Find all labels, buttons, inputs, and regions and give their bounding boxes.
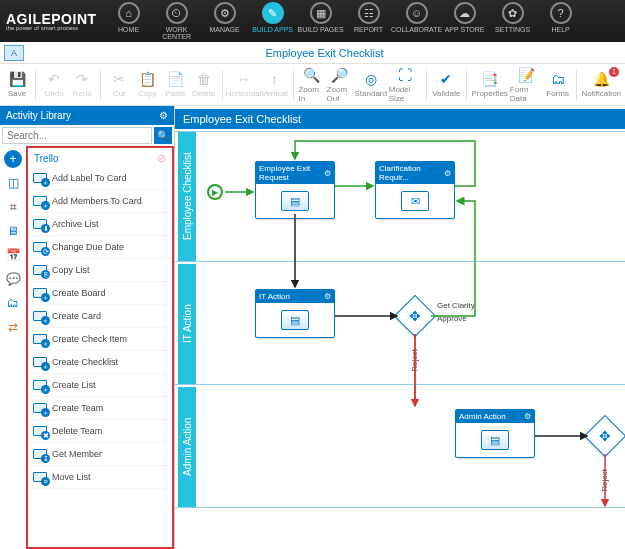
toolbar-paste-button[interactable]: 📄Paste	[162, 67, 188, 103]
gear-icon[interactable]: ⚙	[324, 292, 331, 301]
nav-help[interactable]: ?HELP	[537, 2, 585, 40]
toolbar-validate-button[interactable]: ✔Validate	[432, 67, 460, 103]
activity-get-member[interactable]: ↧Get Member	[30, 443, 170, 466]
activity-delete-team[interactable]: ✖Delete Team	[30, 420, 170, 443]
activity-create-board[interactable]: ＋Create Board	[30, 282, 170, 305]
activity-icon: ＋	[32, 332, 48, 346]
toolbar-form-data-button[interactable]: 📝Form Data	[510, 67, 543, 103]
toolbar-vertical-button[interactable]: ↕Vertical	[261, 67, 287, 103]
notification-badge: 1	[609, 67, 619, 77]
nav-icon: ⏲	[166, 2, 188, 24]
nav-build-pages[interactable]: ▦BUILD PAGES	[297, 2, 345, 40]
activity-change-due-date[interactable]: ⟳Change Due Date	[30, 236, 170, 259]
activity-label: Add Members To Card	[52, 196, 142, 206]
mail-icon: ✉	[401, 191, 429, 211]
toolbar-copy-button[interactable]: 📋Copy	[134, 67, 160, 103]
strip-flow-icon[interactable]: ⇄	[4, 318, 22, 336]
brand-tagline: the power of smart process	[6, 25, 97, 31]
toolbar-label: Standard	[355, 89, 387, 98]
toolbar-notification-button[interactable]: 🔔Notification1	[581, 67, 621, 103]
strip-chat-icon[interactable]: 💬	[4, 270, 22, 288]
toolbar-forms-button[interactable]: 🗂Forms	[545, 67, 571, 103]
activity-copy-list[interactable]: ⎘Copy List	[30, 259, 170, 282]
toolbar-save-button[interactable]: 💾Save	[4, 67, 30, 103]
nav-report[interactable]: ☷REPORT	[345, 2, 393, 40]
gear-icon[interactable]: ⚙	[444, 169, 451, 178]
nav-collaborate[interactable]: ☺COLLABORATE	[393, 2, 441, 40]
toolbar-separator	[100, 70, 101, 100]
gear-icon[interactable]: ⚙	[324, 169, 331, 178]
toolbar-label: Paste	[165, 89, 185, 98]
gateway-2[interactable]	[584, 415, 625, 457]
form-icon: ▤	[481, 430, 509, 450]
toolbar-horizontal-button[interactable]: ↔Horizontal	[227, 67, 259, 103]
node-employee-exit-request[interactable]: Employee Exit Request⚙ ▤	[255, 161, 335, 219]
app-tab-icon[interactable]: A	[4, 45, 24, 61]
form-icon: ▤	[281, 191, 309, 211]
activity-move-list[interactable]: ≡Move List	[30, 466, 170, 489]
library-settings-icon[interactable]: ⚙	[159, 110, 168, 121]
toolbar-label: Zoom Out	[327, 85, 353, 103]
lane-employee-checklist[interactable]: Employee Checklist	[178, 131, 196, 261]
process-canvas[interactable]: Employee Exit Checklist Employee Checkli…	[175, 106, 625, 549]
nav-icon: ✿	[502, 2, 524, 24]
activity-icon: ＋	[32, 171, 48, 185]
forms-icon: 🗂	[551, 71, 565, 87]
activity-add-label-to-card[interactable]: ＋Add Label To Card	[30, 167, 170, 190]
nav-app-store[interactable]: ☁APP STORE	[441, 2, 489, 40]
vertical-icon: ↕	[271, 71, 278, 87]
strip-cards-icon[interactable]: 🗂	[4, 294, 22, 312]
nav-settings[interactable]: ✿SETTINGS	[489, 2, 537, 40]
nav-label: REPORT	[354, 26, 383, 33]
form-icon: ▤	[281, 310, 309, 330]
activity-archive-list[interactable]: ⬇Archive List	[30, 213, 170, 236]
activity-create-card[interactable]: ＋Create Card	[30, 305, 170, 328]
strip-slack-icon[interactable]: ⌗	[4, 198, 22, 216]
lane-admin-action[interactable]: Admin Action	[178, 387, 196, 507]
search-button[interactable]: 🔍	[154, 127, 172, 144]
toolbar-undo-button[interactable]: ↶Undo	[41, 67, 67, 103]
toolbar: 💾Save↶Undo↷Redo✂Cut📋Copy📄Paste🗑Delete↔Ho…	[0, 64, 625, 106]
properties-icon: 📑	[481, 71, 498, 87]
activity-label: Add Label To Card	[52, 173, 126, 183]
toolbar-zoom-in-button[interactable]: 🔍Zoom In	[298, 67, 324, 103]
nav-work-center[interactable]: ⏲WORK CENTER	[153, 2, 201, 40]
activity-create-team[interactable]: ＋Create Team	[30, 397, 170, 420]
toolbar-model-size-button[interactable]: ⛶Model Size	[389, 67, 422, 103]
library-body: +◫⌗🖥📅💬🗂⇄ Trello ⊘ ＋Add Label To Card＋Add…	[0, 146, 174, 549]
start-event[interactable]: ▶	[207, 184, 223, 200]
toolbar-standard-button[interactable]: ◎Standard	[355, 67, 387, 103]
toolbar-label: Cut	[113, 89, 125, 98]
node-clarification-required[interactable]: Clarification Requir...⚙ ✉	[375, 161, 455, 219]
toolbar-label: Zoom In	[298, 85, 324, 103]
tree-category-remove-icon[interactable]: ⊘	[157, 152, 166, 165]
activity-create-check-item[interactable]: ＋Create Check Item	[30, 328, 170, 351]
search-input[interactable]	[2, 127, 152, 144]
nav-manage[interactable]: ⚙MANAGE	[201, 2, 249, 40]
zoom-out-icon: 🔎	[331, 67, 348, 83]
nav-home[interactable]: ⌂HOME	[105, 2, 153, 40]
strip-trello-icon[interactable]: ◫	[4, 174, 22, 192]
toolbar-zoom-out-button[interactable]: 🔎Zoom Out	[327, 67, 353, 103]
activity-create-list[interactable]: ＋Create List	[30, 374, 170, 397]
activity-create-checklist[interactable]: ＋Create Checklist	[30, 351, 170, 374]
lane-it-action[interactable]: IT Action	[178, 264, 196, 384]
toolbar-cut-button[interactable]: ✂Cut	[106, 67, 132, 103]
toolbar-redo-button[interactable]: ↷Redo	[69, 67, 95, 103]
strip-monitor-icon[interactable]: 🖥	[4, 222, 22, 240]
activity-label: Get Member	[52, 449, 102, 459]
tree-category[interactable]: Trello ⊘	[30, 150, 170, 167]
node-it-action[interactable]: IT Action⚙ ▤	[255, 289, 335, 338]
toolbar-label: Copy	[138, 89, 157, 98]
gear-icon[interactable]: ⚙	[524, 412, 531, 421]
toolbar-label: Vertical	[261, 89, 287, 98]
nav-build-apps[interactable]: ✎BUILD APPS	[249, 2, 297, 40]
toolbar-properties-button[interactable]: 📑Properties	[471, 67, 507, 103]
strip-calendar-icon[interactable]: 📅	[4, 246, 22, 264]
toolbar-label: Horizontal	[225, 89, 261, 98]
node-admin-action[interactable]: Admin Action⚙ ▤	[455, 409, 535, 458]
strip-add-icon[interactable]: +	[4, 150, 22, 168]
activity-add-members-to-card[interactable]: ＋Add Members To Card	[30, 190, 170, 213]
toolbar-delete-button[interactable]: 🗑Delete	[190, 67, 216, 103]
gateway-1[interactable]	[394, 295, 436, 337]
